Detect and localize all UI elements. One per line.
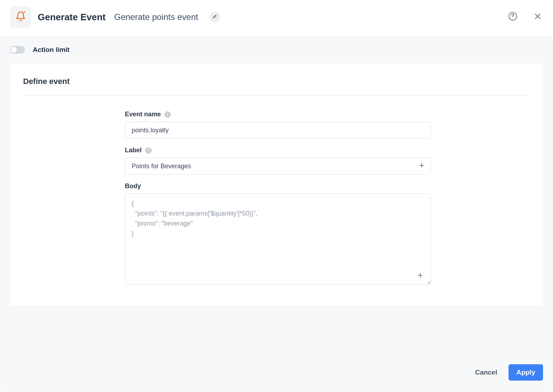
modal-footer: Cancel Apply	[0, 351, 553, 392]
apply-button[interactable]: Apply	[509, 364, 543, 381]
close-icon	[533, 12, 542, 22]
event-name-label: Event name	[125, 111, 161, 118]
action-limit-row: Action limit	[10, 46, 543, 54]
close-button[interactable]	[532, 12, 543, 22]
body-textarea[interactable]	[125, 194, 431, 285]
help-button[interactable]	[507, 12, 518, 22]
event-form: Event name i Label i	[125, 111, 431, 286]
plus-icon	[418, 162, 425, 170]
modal-title: Generate Event	[38, 12, 106, 23]
modal-body: Action limit Define event Event name i	[0, 36, 553, 351]
event-icon-tile	[10, 6, 31, 28]
modal-header: Generate Event Generate points event	[0, 0, 553, 36]
help-circle-icon	[508, 12, 517, 22]
add-label-button[interactable]	[417, 162, 426, 170]
event-name-group: Event name i	[125, 111, 431, 139]
pencil-icon	[212, 14, 217, 20]
cancel-button[interactable]: Cancel	[473, 365, 499, 380]
label-input[interactable]	[125, 158, 431, 175]
info-icon[interactable]: i	[164, 111, 171, 118]
edit-subtitle-button[interactable]	[210, 12, 220, 22]
info-icon[interactable]: i	[145, 147, 152, 154]
define-event-card: Define event Event name i Label	[10, 63, 543, 306]
plus-icon	[417, 272, 424, 280]
generate-event-modal: Generate Event Generate points event	[0, 0, 553, 392]
action-limit-label: Action limit	[33, 46, 69, 54]
event-name-input[interactable]	[125, 122, 431, 139]
modal-subtitle: Generate points event	[114, 12, 198, 22]
body-field-label: Body	[125, 182, 141, 190]
section-title: Define event	[23, 77, 530, 96]
label-group: Label i	[125, 147, 431, 175]
action-limit-toggle[interactable]	[10, 46, 25, 54]
label-field-label: Label	[125, 147, 142, 154]
add-body-var-button[interactable]	[416, 272, 425, 280]
bell-event-icon	[15, 11, 26, 23]
svg-point-1	[512, 18, 513, 18]
body-group: Body	[125, 182, 431, 286]
